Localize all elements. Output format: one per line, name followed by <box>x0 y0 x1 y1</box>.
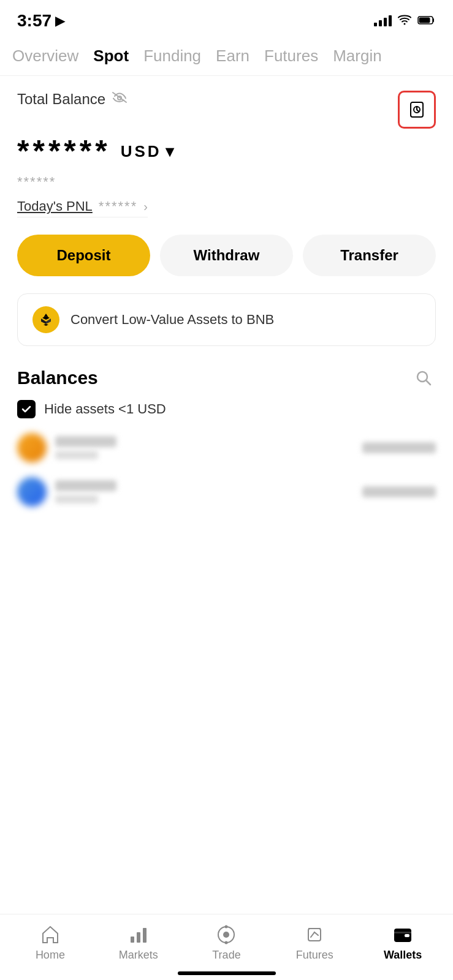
nav-home[interactable]: Home <box>26 924 75 962</box>
balances-search-button[interactable] <box>411 366 436 390</box>
pnl-value: ****** <box>99 198 137 214</box>
deposit-button[interactable]: Deposit <box>17 235 150 276</box>
svg-line-7 <box>417 110 419 111</box>
battery-icon <box>417 14 436 28</box>
home-indicator <box>178 971 276 975</box>
svg-point-20 <box>225 925 228 929</box>
balance-label-group: Total Balance <box>17 91 128 108</box>
tab-earn[interactable]: Earn <box>216 42 249 70</box>
status-time: 3:57 ▶ <box>17 11 64 31</box>
bnb-icon <box>32 306 59 333</box>
svg-rect-22 <box>308 929 321 941</box>
svg-rect-15 <box>131 937 134 943</box>
svg-marker-12 <box>44 324 48 326</box>
nav-wallets-label: Wallets <box>384 949 422 962</box>
nav-markets-label: Markets <box>119 949 158 962</box>
tab-spot[interactable]: Spot <box>93 42 129 70</box>
hide-assets-row[interactable]: Hide assets <1 USD <box>17 400 436 418</box>
balances-title: Balances <box>17 368 98 388</box>
transfer-button[interactable]: Transfer <box>303 235 436 276</box>
history-button[interactable] <box>398 91 436 129</box>
nav-futures-label: Futures <box>296 949 333 962</box>
svg-point-0 <box>404 23 406 24</box>
svg-marker-9 <box>42 316 50 320</box>
tab-overview[interactable]: Overview <box>12 42 78 70</box>
tab-navigation: Overview Spot Funding Earn Futures Margi… <box>0 37 453 76</box>
status-icons <box>374 14 436 28</box>
main-content: Total Balance ****** <box>0 76 453 507</box>
balance-secondary: ****** <box>17 174 436 190</box>
asset-icon <box>17 433 47 462</box>
currency-label: USD <box>121 142 162 161</box>
asset-left <box>17 433 116 462</box>
bottom-navigation: Home Markets Trade Futures Wa <box>0 914 453 980</box>
hide-assets-checkbox[interactable] <box>17 400 36 418</box>
action-buttons: Deposit Withdraw Transfer <box>17 235 436 276</box>
svg-rect-17 <box>143 928 147 943</box>
asset-amount-blur <box>55 495 98 503</box>
svg-point-19 <box>223 932 229 938</box>
currency-dropdown-icon: ▾ <box>166 142 176 161</box>
asset-row[interactable] <box>17 433 436 462</box>
asset-list <box>17 433 436 507</box>
asset-name-blur <box>55 480 116 491</box>
nav-wallets[interactable]: Wallets <box>378 924 427 962</box>
withdraw-button[interactable]: Withdraw <box>160 235 293 276</box>
balance-amount: ****** USD ▾ <box>17 134 436 169</box>
asset-icon <box>17 477 47 507</box>
pnl-row[interactable]: Today's PNL ****** › <box>17 198 148 217</box>
asset-value-blur <box>362 442 436 453</box>
balance-section: Total Balance <box>17 91 436 129</box>
balance-stars: ****** <box>17 134 111 169</box>
asset-name-group <box>55 480 116 503</box>
asset-name-group <box>55 436 116 459</box>
balance-label-text: Total Balance <box>17 91 105 108</box>
wifi-icon <box>398 14 411 28</box>
asset-name-blur <box>55 436 116 447</box>
location-arrow-icon: ▶ <box>55 13 64 28</box>
asset-value-blur <box>362 486 436 497</box>
asset-row[interactable] <box>17 477 436 507</box>
pnl-label: Today's PNL <box>17 198 93 214</box>
status-bar: 3:57 ▶ <box>0 0 453 37</box>
nav-trade[interactable]: Trade <box>202 924 251 962</box>
signal-strength-icon <box>374 15 392 26</box>
balances-header: Balances <box>17 366 436 390</box>
svg-rect-25 <box>405 934 409 937</box>
tab-margin[interactable]: Margin <box>333 42 381 70</box>
futures-icon <box>304 924 325 945</box>
home-icon <box>40 924 61 945</box>
convert-banner[interactable]: Convert Low-Value Assets to BNB <box>17 293 436 346</box>
convert-text: Convert Low-Value Assets to BNB <box>70 312 274 328</box>
pnl-chevron-icon: › <box>143 200 148 214</box>
nav-futures[interactable]: Futures <box>290 924 339 962</box>
svg-point-21 <box>225 941 228 944</box>
hide-balance-icon[interactable] <box>112 91 128 107</box>
total-balance-label: Total Balance <box>17 91 128 108</box>
time-display: 3:57 <box>17 11 51 31</box>
asset-amount-blur <box>55 451 98 459</box>
svg-rect-26 <box>394 932 411 933</box>
hide-assets-label: Hide assets <1 USD <box>44 401 166 417</box>
svg-rect-16 <box>137 932 140 943</box>
nav-home-label: Home <box>36 949 65 962</box>
trade-icon <box>216 924 237 945</box>
currency-selector[interactable]: USD ▾ <box>121 142 176 161</box>
tab-futures[interactable]: Futures <box>264 42 318 70</box>
nav-markets[interactable]: Markets <box>114 924 163 962</box>
nav-trade-label: Trade <box>212 949 240 962</box>
tab-funding[interactable]: Funding <box>143 42 201 70</box>
svg-line-14 <box>426 380 430 385</box>
markets-icon <box>128 924 149 945</box>
wallets-icon <box>392 924 413 945</box>
asset-left <box>17 477 116 507</box>
svg-rect-2 <box>419 17 430 23</box>
